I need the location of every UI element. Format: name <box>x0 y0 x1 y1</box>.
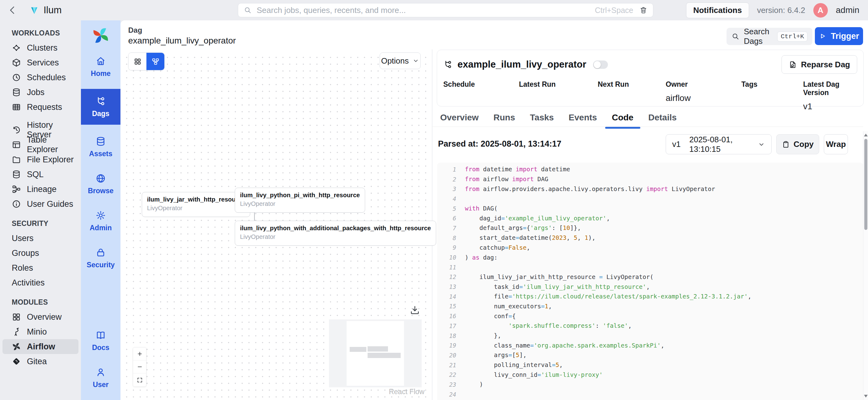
trigger-button[interactable]: Trigger <box>815 27 863 45</box>
play-icon <box>819 32 826 40</box>
task-node-ilum-livy-python-pi-with-http-resource[interactable]: ilum_livy_python_pi_with_http_resourceLi… <box>235 188 365 213</box>
rail-item-assets[interactable]: Assets <box>81 132 121 162</box>
rail-item-admin[interactable]: Admin <box>81 206 121 236</box>
code-line-text: default_args={'args': [10]}, <box>465 224 581 232</box>
minimap-node <box>350 347 366 352</box>
zoom-out-button[interactable] <box>133 361 146 373</box>
copy-button[interactable]: Copy <box>776 134 819 154</box>
fit-view-button[interactable] <box>133 373 146 387</box>
sidebar-item-overview[interactable]: Overview <box>2 309 79 324</box>
docs-icon <box>95 330 106 340</box>
reactflow-attribution: React Flow <box>389 388 425 396</box>
code-line: 13 task_id='ilum_livy_jar_with_http_reso… <box>437 282 863 292</box>
dag-meta-row: ScheduleLatest RunNext RunOwnerairflowTa… <box>443 80 857 112</box>
sidebar-item-file-explorer[interactable]: File Explorer <box>2 152 79 167</box>
meta-col-owner: Ownerairflow <box>666 80 741 112</box>
rail-item-dags[interactable]: Dags <box>81 89 121 125</box>
sidebar-item-schedules[interactable]: Schedules <box>2 70 79 85</box>
global-search-input[interactable] <box>257 5 595 15</box>
sidebar-item-sql[interactable]: SQL <box>2 167 79 182</box>
tab-tasks[interactable]: Tasks <box>530 113 554 127</box>
sidebar-item-users[interactable]: Users <box>2 231 79 246</box>
rail-item-user[interactable]: User <box>81 363 121 393</box>
tab-details[interactable]: Details <box>648 113 677 127</box>
search-icon <box>244 6 252 14</box>
reparse-dag-button[interactable]: Reparse Dag <box>781 55 857 74</box>
sidebar-item-activities[interactable]: Activities <box>2 275 79 290</box>
code-line-number: 11 <box>437 264 456 271</box>
sidebar-item-minio[interactable]: Minio <box>2 324 79 339</box>
sidebar-item-label: Lineage <box>27 185 57 194</box>
grid-view-button[interactable] <box>128 53 147 70</box>
pause-toggle[interactable] <box>593 61 608 69</box>
task-node-ilum-livy-jar-with-http-resource[interactable]: ilum_livy_jar_with_http_resourceLivyOper… <box>142 192 250 217</box>
task-node-operator: LivyOperator <box>240 200 360 207</box>
code-line-text: from airflow import DAG <box>465 176 548 183</box>
clear-search-icon[interactable] <box>640 6 647 14</box>
rail-item-home[interactable]: Home <box>81 52 121 81</box>
search-dags-button[interactable]: Search Dags Ctrl+K <box>726 28 812 45</box>
code-line: 4 <box>437 194 863 204</box>
rail-item-docs[interactable]: Docs <box>81 326 121 356</box>
graph-dag-name: example_ilum_livy_operator <box>128 36 236 46</box>
task-node-ilum-livy-python-with-additional-packages-with-http-resource[interactable]: ilum_livy_python_with_additional_package… <box>235 221 436 246</box>
rail-item-label: User <box>93 380 108 389</box>
code-scrollbar[interactable] <box>863 131 868 400</box>
copy-label: Copy <box>794 139 814 149</box>
wrap-button[interactable]: Wrap <box>824 134 848 154</box>
zoom-in-button[interactable] <box>133 347 146 361</box>
rail-item-label: Security <box>87 261 115 269</box>
sidebar-item-airflow[interactable]: Airflow <box>2 339 79 354</box>
rail-item-browse[interactable]: Browse <box>81 169 121 199</box>
avatar[interactable]: A <box>813 3 828 18</box>
options-label: Options <box>381 56 409 66</box>
code-line: 8 start_date=datetime(2023, 5, 1), <box>437 233 863 243</box>
code-line-number: 15 <box>437 303 456 309</box>
notifications-button[interactable]: Notifications <box>686 2 749 18</box>
tab-runs[interactable]: Runs <box>494 113 515 127</box>
code-line: 6 dag_id='example_ilum_livy_operator', <box>437 213 863 223</box>
sidebar-item-requests[interactable]: Requests <box>2 100 79 114</box>
code-viewer: 1from datetime import datetime2from airf… <box>437 163 863 400</box>
download-graph-button[interactable] <box>410 305 420 315</box>
tab-code[interactable]: Code <box>612 113 633 127</box>
code-line-number: 18 <box>437 332 456 339</box>
meta-col-header: Latest Run <box>519 80 598 89</box>
code-line: 22 livy_conn_id='ilum-livy-proxy' <box>437 370 863 380</box>
tab-events[interactable]: Events <box>569 113 597 127</box>
scrollbar-up-icon[interactable] <box>864 134 868 136</box>
code-line: 1from datetime import datetime <box>437 165 863 174</box>
user-guides-icon <box>12 199 21 209</box>
code-version-select[interactable]: v1 2025-08-01, 13:10:15 <box>666 134 772 154</box>
sidebar-item-roles[interactable]: Roles <box>2 261 79 275</box>
minimap[interactable] <box>329 320 422 387</box>
graph-view-icon <box>151 57 160 66</box>
sidebar-item-groups[interactable]: Groups <box>2 246 79 261</box>
sidebar-item-lineage[interactable]: Lineage <box>2 182 79 197</box>
graph-view-button[interactable] <box>147 53 164 70</box>
sidebar-item-user-guides[interactable]: User Guides <box>2 197 79 211</box>
rail-item-label: Browse <box>88 187 113 195</box>
scrollbar-down-icon[interactable] <box>864 395 868 398</box>
sidebar-item-label: Schedules <box>27 73 66 82</box>
code-line: 11 <box>437 262 863 272</box>
sidebar-item-services[interactable]: Services <box>2 55 79 70</box>
sidebar-item-label: Users <box>12 234 34 243</box>
back-button[interactable] <box>7 5 18 15</box>
sidebar-item-label: Overview <box>27 312 62 322</box>
rail-item-security[interactable]: Security <box>81 243 121 273</box>
sidebar-item-gitea[interactable]: Gitea <box>2 354 79 369</box>
home-icon <box>95 56 106 66</box>
options-button[interactable]: Options <box>380 53 421 69</box>
version-label: version: 6.4.2 <box>757 5 805 15</box>
code-line-number: 4 <box>437 195 456 202</box>
code-line-text: args=[5], <box>465 352 527 359</box>
code-line-number: 2 <box>437 176 456 183</box>
sidebar-item-jobs[interactable]: Jobs <box>2 85 79 100</box>
sidebar-item-table-explorer[interactable]: Table Explorer <box>2 137 79 152</box>
code-line-text: }, <box>465 332 501 339</box>
tab-overview[interactable]: Overview <box>440 113 479 127</box>
scrollbar-thumb[interactable] <box>864 139 867 230</box>
sidebar-item-clusters[interactable]: Clusters <box>2 40 79 55</box>
code-lines: 1from datetime import datetime2from airf… <box>437 165 863 399</box>
